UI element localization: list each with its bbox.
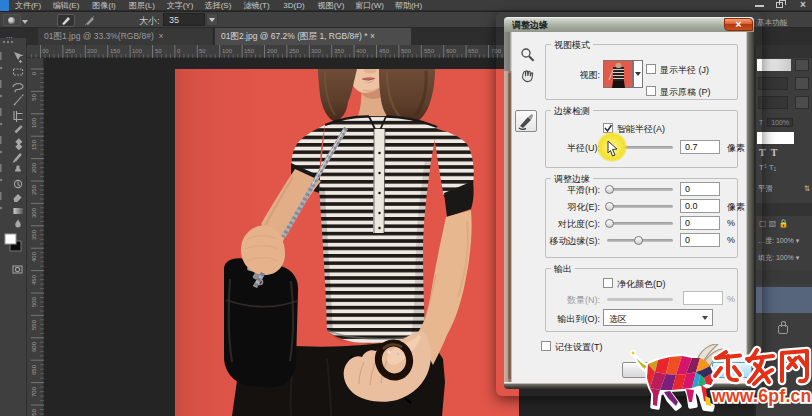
svg-text:100: 100: [31, 117, 37, 128]
svg-text:650: 650: [31, 364, 37, 375]
svg-text:150: 150: [31, 139, 37, 150]
svg-text:200: 200: [87, 48, 98, 54]
svg-text:700: 700: [491, 48, 502, 54]
svg-text:250: 250: [31, 184, 37, 195]
svg-text:250: 250: [289, 48, 300, 54]
svg-text:150: 150: [244, 48, 255, 54]
svg-text:600: 600: [446, 48, 457, 54]
svg-text:00: 00: [42, 48, 49, 54]
svg-text:700: 700: [31, 386, 37, 397]
svg-text:550: 550: [424, 48, 435, 54]
svg-text:100: 100: [132, 48, 143, 54]
svg-text:500: 500: [31, 296, 37, 307]
svg-text:350: 350: [31, 229, 37, 240]
svg-text:300: 300: [31, 207, 37, 218]
svg-text:100: 100: [222, 48, 233, 54]
svg-text:450: 450: [31, 274, 37, 285]
svg-text:250: 250: [65, 48, 76, 54]
svg-text:200: 200: [31, 162, 37, 173]
svg-text:200: 200: [267, 48, 278, 54]
svg-text:650: 650: [468, 48, 479, 54]
svg-text:50: 50: [155, 48, 162, 54]
svg-text:600: 600: [31, 341, 37, 352]
svg-text:400: 400: [31, 251, 37, 262]
svg-text:550: 550: [31, 319, 37, 330]
svg-text:350: 350: [334, 48, 345, 54]
svg-text:150: 150: [110, 48, 121, 54]
svg-text:50: 50: [199, 48, 206, 54]
svg-text:300: 300: [311, 48, 322, 54]
svg-text:400: 400: [356, 48, 367, 54]
svg-text:450: 450: [379, 48, 390, 54]
svg-text:www.6pf.cn: www.6pf.cn: [711, 386, 812, 406]
svg-text:750: 750: [31, 408, 37, 416]
svg-text:500: 500: [401, 48, 412, 54]
svg-text:50: 50: [31, 93, 37, 100]
